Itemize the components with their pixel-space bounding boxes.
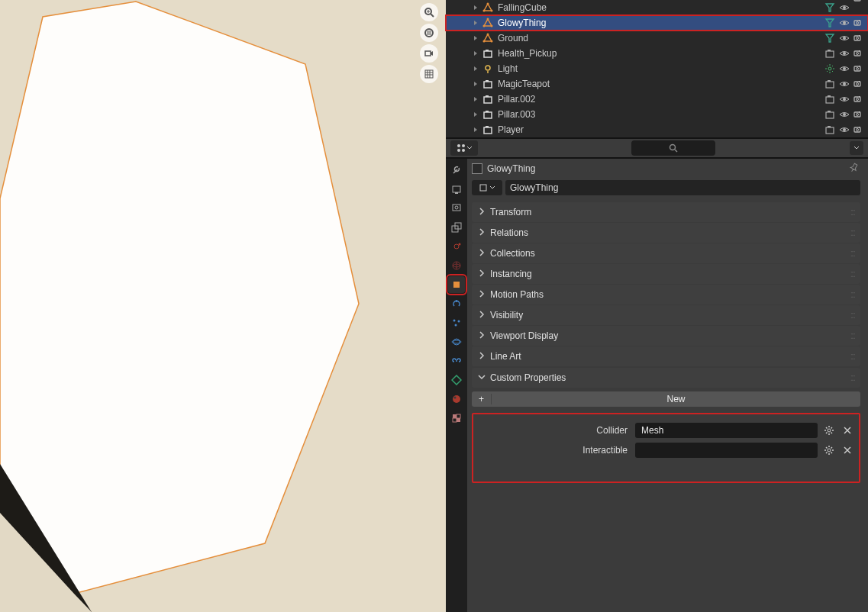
drag-handle-icon[interactable]: :::: — [850, 289, 854, 300]
world-tab[interactable] — [448, 257, 465, 274]
datablock-name-input[interactable]: GlowyThing — [505, 180, 860, 195]
drag-handle-icon[interactable]: :::: — [850, 351, 854, 362]
hide-viewport-icon[interactable] — [837, 63, 851, 74]
gear-icon[interactable] — [822, 424, 836, 437]
disable-render-icon[interactable] — [851, 18, 865, 28]
drag-handle-icon[interactable]: :::: — [850, 227, 854, 238]
outliner-item[interactable]: Light — [446, 61, 868, 76]
pin-icon[interactable] — [846, 160, 863, 177]
hide-viewport-icon[interactable] — [837, 94, 851, 105]
svg-line-138 — [826, 453, 828, 454]
property-value-input[interactable] — [635, 443, 818, 458]
svg-point-28 — [857, 22, 859, 24]
expand-arrow-icon[interactable] — [470, 35, 481, 41]
panel-relations[interactable]: Relations:::: — [472, 223, 860, 243]
zoom-icon[interactable] — [420, 3, 438, 21]
hide-viewport-icon[interactable] — [837, 48, 851, 59]
modifier-tab[interactable] — [448, 295, 465, 312]
outliner[interactable]: FallingCubeGlowyThingGroundHealth_Pickup… — [446, 0, 868, 139]
close-icon[interactable] — [841, 424, 854, 437]
3d-viewport[interactable] — [0, 0, 446, 612]
drag-handle-icon[interactable]: :::: — [850, 330, 854, 341]
panel-line-art[interactable]: Line Art:::: — [472, 346, 860, 366]
disable-render-icon[interactable] — [851, 48, 865, 59]
panel-custom-properties[interactable]: Custom Properties :::: — [472, 368, 860, 388]
expand-arrow-icon[interactable] — [470, 127, 481, 133]
plus-icon: + — [472, 394, 492, 404]
texture-tab[interactable] — [448, 410, 465, 427]
output-tab[interactable] — [448, 200, 465, 217]
drag-handle-icon[interactable]: :::: — [850, 310, 854, 320]
svg-point-41 — [843, 52, 846, 55]
hide-viewport-icon[interactable] — [837, 79, 851, 89]
perspective-icon[interactable] — [420, 65, 438, 83]
render-tab[interactable] — [448, 181, 465, 198]
svg-rect-10 — [425, 51, 431, 56]
disable-render-icon[interactable] — [851, 79, 865, 89]
panel-transform[interactable]: Transform:::: — [472, 202, 860, 222]
svg-rect-44 — [859, 50, 860, 52]
disable-render-icon[interactable] — [851, 63, 865, 74]
outliner-item[interactable]: Ground — [446, 31, 868, 46]
expand-arrow-icon[interactable] — [470, 5, 481, 11]
physics-tab[interactable] — [448, 333, 465, 350]
material-tab[interactable] — [448, 391, 465, 407]
svg-point-113 — [453, 395, 460, 403]
properties-search[interactable] — [631, 140, 715, 156]
camera-view-icon[interactable] — [420, 44, 438, 63]
viewlayer-tab[interactable] — [448, 219, 465, 236]
object-type-icon — [481, 79, 495, 89]
hide-viewport-icon[interactable] — [837, 2, 851, 13]
disable-render-icon[interactable] — [851, 94, 865, 105]
hide-viewport-icon[interactable] — [837, 109, 851, 120]
custom-property-row: Interactible — [478, 440, 854, 460]
hide-viewport-icon[interactable] — [837, 124, 851, 135]
editor-type-dropdown[interactable] — [450, 140, 478, 156]
disable-render-icon[interactable] — [851, 124, 865, 135]
panel-instancing[interactable]: Instancing:::: — [472, 264, 860, 284]
drag-handle-icon[interactable]: :::: — [850, 248, 854, 259]
outliner-item[interactable]: Pillar.002 — [446, 92, 868, 107]
drag-handle-icon[interactable]: :::: — [850, 372, 854, 383]
constraint-tab[interactable] — [448, 353, 465, 369]
hide-viewport-icon[interactable] — [837, 18, 851, 28]
options-dropdown[interactable] — [850, 141, 863, 155]
chevron-right-icon — [478, 351, 486, 362]
drag-handle-icon[interactable]: :::: — [850, 269, 854, 279]
expand-arrow-icon[interactable] — [470, 20, 481, 26]
panel-visibility[interactable]: Visibility:::: — [472, 305, 860, 325]
outliner-item[interactable]: Health_Pickup — [446, 46, 868, 61]
panel-collections[interactable]: Collections:::: — [472, 243, 860, 263]
property-value-input[interactable]: Mesh — [635, 423, 818, 438]
tool-tab[interactable] — [448, 162, 465, 179]
objectdata-tab[interactable] — [448, 372, 465, 388]
object-tab[interactable] — [448, 276, 465, 293]
move-icon[interactable] — [420, 24, 438, 42]
drag-handle-icon[interactable]: :::: — [850, 207, 854, 217]
outliner-item[interactable]: GlowyThing — [446, 15, 868, 31]
close-icon[interactable] — [841, 443, 854, 457]
expand-arrow-icon[interactable] — [470, 66, 481, 72]
chevron-right-icon — [478, 269, 486, 279]
particle-tab[interactable] — [448, 314, 465, 331]
panel-viewport-display[interactable]: Viewport Display:::: — [472, 326, 860, 346]
new-custom-property-button[interactable]: + New — [472, 391, 860, 407]
expand-arrow-icon[interactable] — [470, 50, 481, 56]
outliner-item[interactable]: Player — [446, 122, 868, 137]
scene-tab[interactable] — [448, 238, 465, 255]
svg-point-47 — [828, 67, 831, 70]
datablock-type-dropdown[interactable] — [472, 180, 502, 195]
outliner-item[interactable]: MagicTeapot — [446, 76, 868, 92]
disable-render-icon[interactable] — [851, 109, 865, 120]
svg-point-43 — [857, 53, 859, 55]
disable-render-icon[interactable] — [851, 33, 865, 43]
hide-viewport-icon[interactable] — [837, 33, 851, 43]
gear-icon[interactable] — [822, 443, 836, 457]
expand-arrow-icon[interactable] — [470, 111, 481, 118]
panel-motion-paths[interactable]: Motion Paths:::: — [472, 285, 860, 304]
outliner-item[interactable]: Pillar.003 — [446, 107, 868, 122]
expand-arrow-icon[interactable] — [470, 96, 481, 102]
outliner-item[interactable]: FallingCube — [446, 0, 868, 15]
expand-arrow-icon[interactable] — [470, 81, 481, 87]
object-data-icon — [822, 63, 837, 74]
